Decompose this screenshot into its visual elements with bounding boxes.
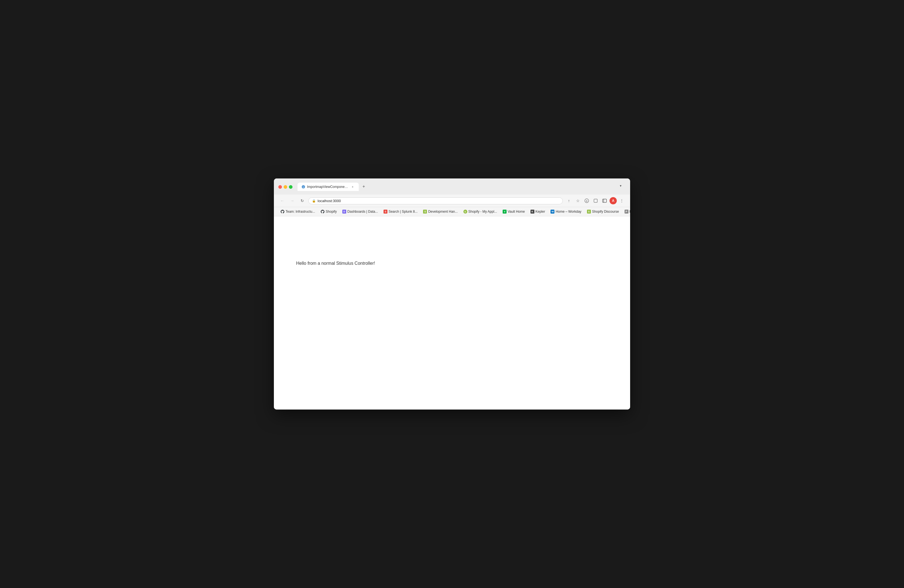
bookmark-item-dashboards[interactable]: D Dashboards | Data... [340, 209, 380, 214]
sidebar-button[interactable] [601, 197, 608, 205]
minimize-window-button[interactable] [284, 185, 287, 189]
new-tab-button[interactable]: + [360, 183, 368, 190]
discourse-favicon: S [587, 210, 591, 213]
github-favicon [281, 210, 284, 213]
bookmark-button[interactable]: ☆ [574, 197, 582, 205]
refresh-button[interactable]: ↻ [299, 197, 306, 205]
tabs-dropdown-button[interactable]: ▼ [617, 182, 624, 190]
dashboards-favicon: D [342, 210, 346, 213]
forward-button[interactable]: → [288, 197, 296, 205]
bookmark-item-kepler[interactable]: K Kepler [528, 209, 547, 214]
traffic-lights [278, 185, 292, 189]
bookmark-item-shopify[interactable]: Shopify [318, 209, 339, 214]
toolbar: ← → ↻ 🔒 localhost:3000 ↑ ☆ ⊕ [274, 194, 630, 207]
toolbar-actions: ↑ ☆ ⊕ A ⋮ [565, 197, 626, 205]
back-button[interactable]: ← [278, 197, 286, 205]
title-bar: i ImportmapViewComponentSti... × + ▼ [274, 179, 630, 194]
bookmark-item-team-infra[interactable]: Team: Infrastructu... [278, 209, 317, 214]
more-button[interactable]: ⋮ [618, 197, 626, 205]
svg-rect-4 [594, 199, 597, 202]
bookmark-label: Team: Infrastructu... [286, 210, 315, 213]
bookmark-label: Home – Workday [556, 210, 581, 213]
bookmark-label: Vault Home [508, 210, 525, 213]
tab-title: ImportmapViewComponentSti... [307, 185, 349, 189]
bookmarks-bar: Team: Infrastructu... Shopify D Dashboar… [274, 207, 630, 217]
svg-text:⊕: ⊕ [586, 200, 588, 202]
bookmark-label: Dashboards | Data... [347, 210, 378, 213]
share-button[interactable]: ↑ [565, 197, 573, 205]
bookmark-item-vault[interactable]: V Vault Home [501, 209, 527, 214]
bookmark-item-workday[interactable]: W Home – Workday [548, 209, 583, 214]
bookmark-label: Shopify Discourse [592, 210, 619, 213]
bookmark-label: Development Han... [428, 210, 458, 213]
lock-icon: 🔒 [312, 199, 316, 203]
kepler-favicon: K [531, 210, 534, 213]
address-bar[interactable]: 🔒 localhost:3000 [308, 198, 563, 204]
active-tab[interactable]: i ImportmapViewComponentSti... × [297, 183, 359, 191]
extension1-button[interactable]: ⊕ [583, 197, 591, 205]
splunk-favicon: S [384, 210, 387, 213]
bookmark-label: Kepler [536, 210, 545, 213]
bookmark-label: Shopify [326, 210, 337, 213]
bookmark-item-dev-handbook[interactable]: S Development Han... [421, 209, 460, 214]
page-content: Hello from a normal Stimulus Controller! [274, 217, 630, 409]
profile-button[interactable]: A [610, 197, 617, 204]
tabs-row: i ImportmapViewComponentSti... × + [297, 183, 368, 191]
browser-window: i ImportmapViewComponentSti... × + ▼ ← →… [274, 179, 630, 409]
extension2-button[interactable] [592, 197, 599, 205]
tab-close-button[interactable]: × [351, 185, 355, 189]
bookmark-item-shopify-apps[interactable]: S Shopify - My Appl... [461, 209, 499, 214]
shopify-favicon-2: S [463, 210, 467, 213]
github-favicon-2 [321, 210, 324, 213]
bookmark-item-discourse[interactable]: S Shopify Discourse [585, 209, 621, 214]
main-text: Hello from a normal Stimulus Controller! [296, 261, 619, 266]
address-text: localhost:3000 [318, 199, 559, 203]
vault-favicon: V [503, 210, 507, 213]
svg-text:i: i [303, 186, 303, 188]
bookmark-label: Search | Splunk 8... [389, 210, 418, 213]
bookmark-item-production[interactable]: P Production Platfor... [622, 209, 630, 214]
title-bar-top: i ImportmapViewComponentSti... × + ▼ [278, 182, 626, 192]
bookmark-item-splunk[interactable]: S Search | Splunk 8... [381, 209, 420, 214]
svg-rect-5 [602, 199, 607, 202]
bookmark-label: Shopify - My Appl... [468, 210, 497, 213]
shopify-favicon-1: S [423, 210, 427, 213]
tab-favicon: i [302, 185, 305, 189]
close-window-button[interactable] [278, 185, 282, 189]
workday-favicon: W [550, 210, 555, 213]
maximize-window-button[interactable] [289, 185, 292, 189]
production-favicon: P [624, 210, 629, 213]
bookmark-label: Production Platfor... [630, 210, 630, 213]
